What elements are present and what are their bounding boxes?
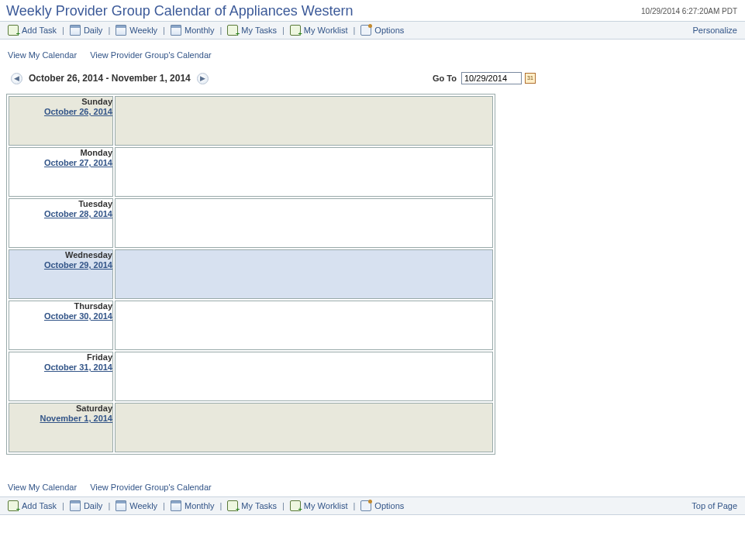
clipboard-plus-icon (8, 25, 19, 36)
weekly-button[interactable]: Weekly (116, 25, 157, 36)
options-label: Options (374, 26, 404, 35)
day-date-link[interactable]: October 29, 2014 (9, 260, 112, 270)
monthly-label: Monthly (185, 501, 215, 510)
day-name: Thursday (9, 301, 112, 311)
day-name: Monday (9, 148, 112, 157)
day-name: Saturday (9, 404, 112, 413)
monthly-button[interactable]: Monthly (171, 25, 215, 36)
weekly-label: Weekly (129, 26, 157, 35)
daily-label: Daily (84, 26, 102, 35)
day-header-cell: TuesdayOctober 28, 2014 (9, 198, 113, 248)
day-header-cell: ThursdayOctober 30, 2014 (9, 301, 113, 350)
separator: | (354, 26, 356, 35)
top-of-page-link[interactable]: Top of Page (692, 501, 737, 510)
calendar-row: SundayOctober 26, 2014 (9, 96, 493, 146)
day-name: Sunday (9, 97, 112, 106)
day-events-cell (115, 352, 493, 401)
my-worklist-label: My Worklist (304, 501, 348, 510)
personalize-link[interactable]: Personalize (693, 26, 737, 35)
tasks-icon (227, 25, 238, 36)
separator: | (282, 26, 285, 35)
my-worklist-button-bottom[interactable]: My Worklist (290, 500, 348, 511)
day-date-link[interactable]: November 1, 2014 (9, 414, 112, 423)
weekly-button-bottom[interactable]: Weekly (116, 500, 157, 511)
add-task-button[interactable]: Add Task (8, 25, 57, 36)
separator: | (354, 501, 356, 510)
weekly-calendar-table: SundayOctober 26, 2014MondayOctober 27, … (6, 94, 495, 455)
day-date-link[interactable]: October 26, 2014 (9, 107, 112, 116)
goto-date-input[interactable] (461, 72, 522, 84)
day-events-cell (115, 249, 493, 299)
day-date-link[interactable]: October 27, 2014 (9, 158, 112, 167)
separator: | (163, 501, 165, 510)
calendar-day-icon (70, 25, 81, 36)
monthly-button-bottom[interactable]: Monthly (171, 500, 215, 511)
toolbar-bottom: Add Task | Daily | Weekly | Monthly | My… (0, 496, 745, 515)
options-button[interactable]: Options (360, 25, 404, 36)
options-label: Options (374, 501, 404, 510)
day-name: Tuesday (9, 199, 112, 208)
my-tasks-button-bottom[interactable]: My Tasks (227, 500, 277, 511)
worklist-icon (290, 25, 301, 36)
separator: | (282, 501, 285, 510)
view-links-top: View My Calendar View Provider Group's C… (0, 40, 745, 64)
day-date-link[interactable]: October 31, 2014 (9, 362, 112, 372)
calendar-month-icon (171, 500, 181, 511)
view-my-calendar-link[interactable]: View My Calendar (8, 50, 77, 60)
daily-button-bottom[interactable]: Daily (70, 500, 102, 511)
add-task-button-bottom[interactable]: Add Task (8, 500, 57, 511)
calendar-week-icon (116, 500, 126, 511)
calendar-row: MondayOctober 27, 2014 (9, 147, 493, 197)
day-header-cell: FridayOctober 31, 2014 (9, 352, 113, 401)
my-worklist-label: My Worklist (304, 26, 348, 35)
day-events-cell (115, 301, 493, 350)
view-group-calendar-link-bottom[interactable]: View Provider Group's Calendar (90, 483, 212, 492)
add-task-label: Add Task (22, 26, 57, 35)
calendar-row: TuesdayOctober 28, 2014 (9, 198, 493, 248)
view-links-bottom: View My Calendar View Provider Group's C… (0, 472, 745, 496)
separator: | (108, 501, 110, 510)
separator: | (62, 26, 64, 35)
separator: | (62, 501, 64, 510)
day-events-cell (115, 403, 493, 452)
daily-button[interactable]: Daily (70, 25, 102, 36)
day-date-link[interactable]: October 28, 2014 (9, 209, 112, 218)
goto-label: Go To (433, 74, 457, 83)
worklist-icon (290, 500, 301, 511)
page-timestamp: 10/29/2014 6:27:20AM PDT (641, 7, 737, 15)
view-my-calendar-link-bottom[interactable]: View My Calendar (8, 483, 77, 492)
page-title: Weekly Provider Group Calendar of Applia… (6, 3, 354, 19)
day-date-link[interactable]: October 30, 2014 (9, 311, 112, 321)
add-task-label: Add Task (22, 501, 57, 510)
weekly-label: Weekly (129, 501, 157, 510)
calendar-month-icon (171, 25, 181, 36)
options-button-bottom[interactable]: Options (360, 500, 404, 511)
toolbar-top: Add Task | Daily | Weekly | Monthly | My… (0, 21, 745, 40)
monthly-label: Monthly (185, 26, 215, 35)
options-icon (360, 25, 371, 36)
prev-week-button[interactable]: ◀ (11, 73, 22, 84)
my-worklist-button[interactable]: My Worklist (290, 25, 348, 36)
my-tasks-label: My Tasks (241, 26, 277, 35)
daily-label: Daily (84, 501, 102, 510)
calendar-row: FridayOctober 31, 2014 (9, 352, 493, 401)
tasks-icon (227, 500, 238, 511)
my-tasks-button[interactable]: My Tasks (227, 25, 277, 36)
day-header-cell: SaturdayNovember 1, 2014 (9, 403, 113, 452)
date-picker-icon[interactable] (525, 73, 536, 84)
options-icon (360, 500, 371, 511)
day-header-cell: MondayOctober 27, 2014 (9, 147, 113, 197)
day-name: Friday (9, 352, 112, 362)
day-name: Wednesday (9, 250, 112, 259)
date-range: October 26, 2014 - November 1, 2014 (29, 73, 191, 84)
calendar-row: WednesdayOctober 29, 2014 (9, 249, 493, 299)
separator: | (220, 501, 222, 510)
day-events-cell (115, 198, 493, 248)
view-group-calendar-link[interactable]: View Provider Group's Calendar (90, 50, 212, 60)
next-week-button[interactable]: ▶ (197, 73, 209, 84)
day-events-cell (115, 96, 493, 146)
calendar-day-icon (70, 500, 81, 511)
separator: | (108, 26, 110, 35)
calendar-row: ThursdayOctober 30, 2014 (9, 301, 493, 350)
day-events-cell (115, 147, 493, 197)
